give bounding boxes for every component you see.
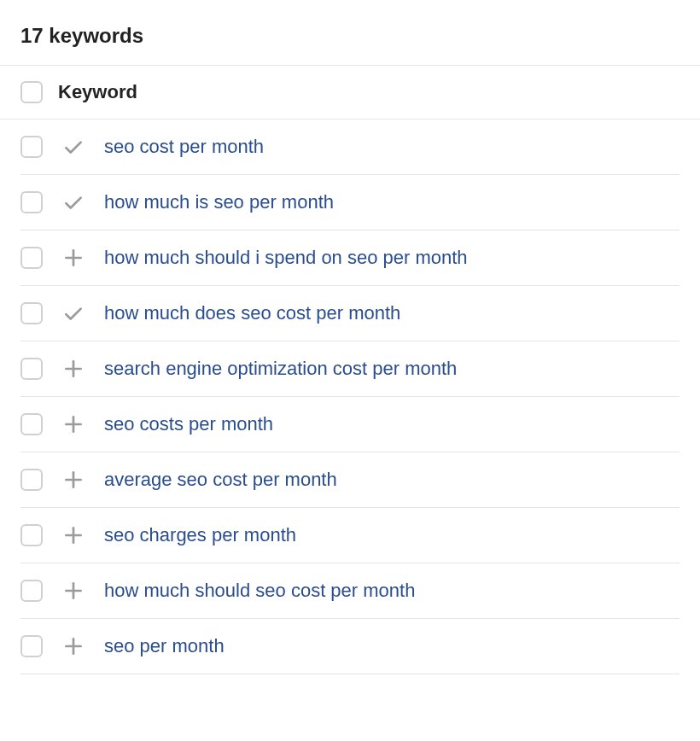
keyword-link[interactable]: how much does seo cost per month <box>104 302 400 324</box>
row-checkbox[interactable] <box>20 524 43 546</box>
table-row: how much does seo cost per month <box>20 286 680 341</box>
table-row: seo costs per month <box>20 397 680 452</box>
plus-icon[interactable] <box>61 468 85 492</box>
keyword-rows-container: seo cost per monthhow much is seo per mo… <box>0 120 700 674</box>
row-checkbox[interactable] <box>20 136 43 158</box>
row-checkbox[interactable] <box>20 413 43 435</box>
check-icon[interactable] <box>61 190 85 214</box>
keyword-link[interactable]: search engine optimization cost per mont… <box>104 358 457 380</box>
table-row: how much should seo cost per month <box>20 563 680 619</box>
row-checkbox[interactable] <box>20 469 43 491</box>
plus-icon[interactable] <box>61 579 85 603</box>
row-checkbox[interactable] <box>20 635 43 657</box>
plus-icon[interactable] <box>61 246 85 270</box>
keyword-link[interactable]: average seo cost per month <box>104 469 337 491</box>
keyword-link[interactable]: how much should seo cost per month <box>104 580 415 602</box>
row-checkbox[interactable] <box>20 358 43 380</box>
keyword-link[interactable]: seo costs per month <box>104 413 273 435</box>
keyword-link[interactable]: how much is seo per month <box>104 191 334 213</box>
table-row: seo cost per month <box>20 120 680 175</box>
table-row: search engine optimization cost per mont… <box>20 341 680 397</box>
plus-icon[interactable] <box>61 412 85 436</box>
keyword-link[interactable]: seo cost per month <box>104 136 264 158</box>
table-header-row: Keyword <box>0 65 700 120</box>
row-checkbox[interactable] <box>20 580 43 602</box>
page-header: 17 keywords <box>0 0 700 65</box>
check-icon[interactable] <box>61 135 85 159</box>
column-keyword-label: Keyword <box>58 81 137 103</box>
plus-icon[interactable] <box>61 523 85 547</box>
table-row: average seo cost per month <box>20 452 680 508</box>
table-row: how much is seo per month <box>20 175 680 230</box>
keyword-link[interactable]: seo charges per month <box>104 524 296 546</box>
keyword-link[interactable]: how much should i spend on seo per month <box>104 247 468 269</box>
select-all-checkbox[interactable] <box>20 81 43 103</box>
row-checkbox[interactable] <box>20 191 43 213</box>
plus-icon[interactable] <box>61 634 85 658</box>
plus-icon[interactable] <box>61 357 85 381</box>
row-checkbox[interactable] <box>20 247 43 269</box>
check-icon[interactable] <box>61 301 85 325</box>
keyword-link[interactable]: seo per month <box>104 635 225 657</box>
table-row: how much should i spend on seo per month <box>20 230 680 286</box>
table-row: seo per month <box>20 619 680 674</box>
row-checkbox[interactable] <box>20 302 43 324</box>
page-title: 17 keywords <box>20 24 680 48</box>
table-row: seo charges per month <box>20 508 680 563</box>
